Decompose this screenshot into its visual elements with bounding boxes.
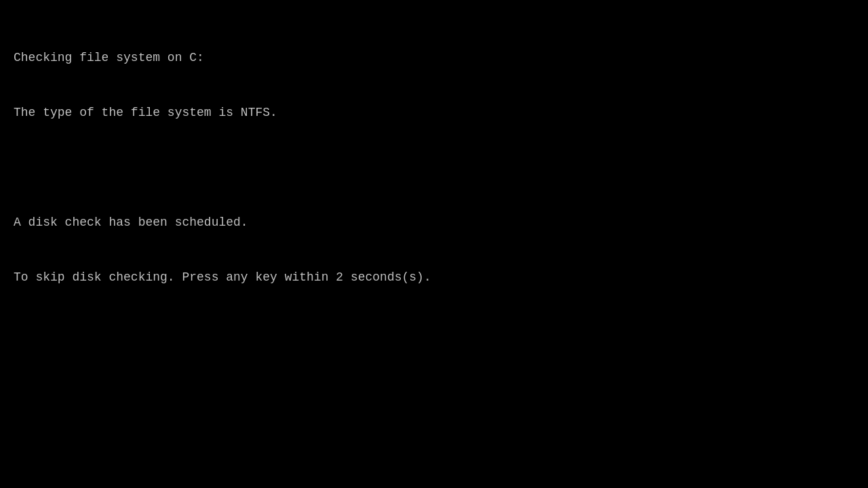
terminal-line-1: Checking file system on C:: [14, 49, 854, 67]
terminal-line-2: The type of the file system is NTFS.: [14, 104, 854, 122]
terminal-screen: Checking file system on C: The type of t…: [0, 0, 868, 488]
terminal-empty-line: [14, 159, 854, 177]
terminal-line-4: To skip disk checking. Press any key wit…: [14, 268, 854, 287]
terminal-line-3: A disk check has been scheduled.: [14, 214, 854, 232]
